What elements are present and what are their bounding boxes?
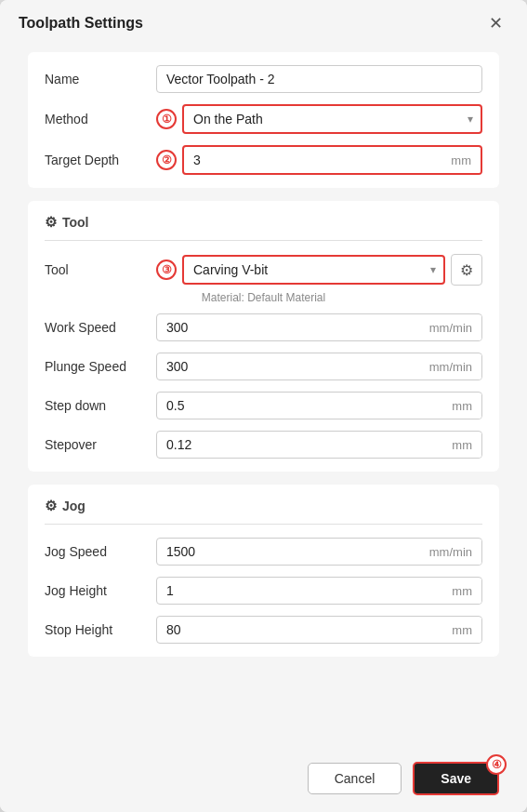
save-badge: ④ bbox=[486, 754, 507, 775]
tool-select-value: Carving V-bit bbox=[184, 257, 423, 283]
plunge-speed-input[interactable] bbox=[157, 353, 420, 379]
tool-section-header: ⚙ Tool bbox=[45, 214, 482, 231]
method-select-value: On the Path bbox=[184, 106, 460, 132]
stop-height-row: Stop Height mm bbox=[45, 616, 482, 644]
plunge-speed-row: Plunge Speed mm/min bbox=[45, 353, 482, 380]
work-speed-unit: mm/min bbox=[420, 315, 481, 340]
stepover-input-wrapper: mm bbox=[156, 431, 482, 459]
stepover-control: mm bbox=[156, 431, 482, 459]
jog-gear-icon: ⚙ bbox=[45, 498, 57, 514]
stepover-unit: mm bbox=[442, 433, 481, 458]
work-speed-label: Work Speed bbox=[45, 320, 156, 335]
jog-speed-input[interactable] bbox=[157, 539, 420, 565]
stop-height-control: mm bbox=[156, 616, 482, 644]
work-speed-input[interactable] bbox=[157, 314, 420, 340]
cancel-button[interactable]: Cancel bbox=[308, 763, 402, 794]
target-depth-input[interactable] bbox=[184, 147, 441, 173]
material-label: Material: Default Material bbox=[45, 291, 482, 304]
gear-icon: ⚙ bbox=[45, 214, 57, 231]
tool-row: Tool ③ Carving V-bit ▾ ⚙ bbox=[45, 254, 482, 286]
tool-label: Tool bbox=[45, 262, 156, 277]
jog-section-header: ⚙ Jog bbox=[45, 498, 482, 514]
jog-divider bbox=[45, 524, 482, 525]
chevron-down-icon: ▾ bbox=[460, 113, 481, 126]
jog-speed-unit: mm/min bbox=[420, 539, 481, 565]
step-down-input[interactable] bbox=[157, 393, 442, 419]
stop-height-input[interactable] bbox=[157, 617, 442, 643]
jog-height-row: Jog Height mm bbox=[45, 577, 482, 605]
method-label: Method bbox=[45, 112, 156, 126]
method-control: ① On the Path ▾ bbox=[156, 104, 482, 134]
dialog-title: Toolpath Settings bbox=[19, 15, 143, 32]
save-button[interactable]: Save ④ bbox=[413, 762, 499, 795]
plunge-speed-control: mm/min bbox=[156, 353, 482, 380]
stop-height-input-wrapper: mm bbox=[156, 616, 482, 644]
tool-badge: ③ bbox=[156, 260, 177, 280]
dialog-header: Toolpath Settings ✕ bbox=[0, 0, 527, 43]
stop-height-label: Stop Height bbox=[45, 622, 156, 637]
jog-speed-row: Jog Speed mm/min bbox=[45, 538, 482, 566]
step-down-input-wrapper: mm bbox=[156, 392, 482, 419]
dialog-footer: Cancel Save ④ bbox=[0, 749, 527, 812]
work-speed-input-wrapper: mm/min bbox=[156, 313, 482, 341]
stepover-input[interactable] bbox=[157, 432, 442, 458]
work-speed-control: mm/min bbox=[156, 313, 482, 341]
stepover-label: Stepover bbox=[45, 437, 156, 452]
name-input[interactable] bbox=[156, 65, 482, 93]
jog-height-control: mm bbox=[156, 577, 482, 605]
name-row: Name bbox=[45, 65, 482, 93]
target-depth-label: Target Depth bbox=[45, 153, 156, 167]
step-down-row: Step down mm bbox=[45, 392, 482, 419]
name-label: Name bbox=[45, 72, 156, 87]
tool-section-label: Tool bbox=[62, 215, 89, 230]
jog-section-label: Jog bbox=[62, 499, 86, 513]
plunge-speed-unit: mm/min bbox=[420, 354, 481, 379]
jog-height-unit: mm bbox=[442, 579, 481, 604]
jog-section: ⚙ Jog Jog Speed mm/min Jog Height bbox=[28, 485, 499, 657]
target-depth-control: ② mm bbox=[156, 145, 482, 175]
jog-height-input[interactable] bbox=[157, 578, 442, 604]
target-depth-input-wrapper: mm bbox=[182, 145, 482, 175]
chevron-down-icon: ▾ bbox=[423, 263, 443, 276]
jog-speed-input-wrapper: mm/min bbox=[156, 538, 482, 566]
stepover-row: Stepover mm bbox=[45, 431, 482, 459]
toolpath-settings-dialog: Toolpath Settings ✕ Name Method ① On the… bbox=[0, 0, 527, 812]
method-badge: ① bbox=[156, 109, 177, 129]
target-depth-badge: ② bbox=[156, 150, 177, 170]
method-select[interactable]: On the Path ▾ bbox=[182, 104, 482, 134]
stop-height-unit: mm bbox=[442, 618, 481, 643]
dialog-body: Name Method ① On the Path ▾ Target Dept bbox=[0, 43, 527, 749]
jog-speed-label: Jog Speed bbox=[45, 544, 156, 559]
method-row: Method ① On the Path ▾ bbox=[45, 104, 482, 134]
work-speed-row: Work Speed mm/min bbox=[45, 313, 482, 341]
tool-select[interactable]: Carving V-bit ▾ bbox=[182, 255, 445, 285]
target-depth-unit: mm bbox=[441, 148, 481, 173]
plunge-speed-input-wrapper: mm/min bbox=[156, 353, 482, 380]
save-label: Save bbox=[441, 771, 471, 786]
step-down-unit: mm bbox=[442, 393, 481, 419]
tool-settings-button[interactable]: ⚙ bbox=[451, 254, 482, 286]
step-down-control: mm bbox=[156, 392, 482, 419]
plunge-speed-label: Plunge Speed bbox=[45, 359, 156, 374]
tool-section: ⚙ Tool Tool ③ Carving V-bit ▾ ⚙ Material… bbox=[28, 201, 499, 472]
jog-height-label: Jog Height bbox=[45, 583, 156, 598]
jog-height-input-wrapper: mm bbox=[156, 577, 482, 605]
tool-control: ③ Carving V-bit ▾ ⚙ bbox=[156, 254, 482, 286]
tool-divider bbox=[45, 240, 482, 241]
step-down-label: Step down bbox=[45, 398, 156, 413]
basic-settings-section: Name Method ① On the Path ▾ Target Dept bbox=[28, 52, 499, 188]
close-button[interactable]: ✕ bbox=[483, 13, 508, 33]
target-depth-row: Target Depth ② mm bbox=[45, 145, 482, 175]
jog-speed-control: mm/min bbox=[156, 538, 482, 566]
name-control bbox=[156, 65, 482, 93]
